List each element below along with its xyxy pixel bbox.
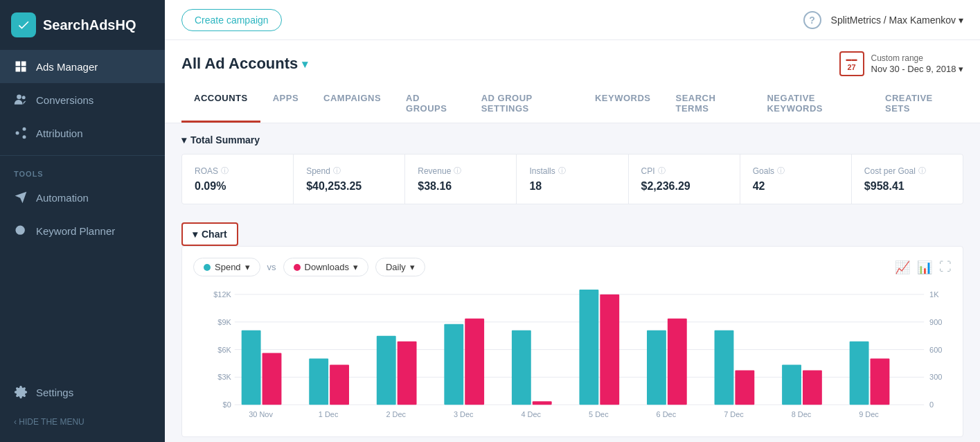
info-icon[interactable]: ⓘ [558,166,566,176]
svg-rect-36 [579,290,598,405]
bar-chart-icon[interactable]: 📊 [917,260,932,275]
info-icon[interactable]: ⓘ [333,166,341,176]
chart-view-icons: 📈 📊 ⛶ [895,260,952,275]
metric-cost-per-goal: Cost per Goal ⓘ $958.41 [852,154,963,204]
calendar-icon: ▬▬ 27 [839,51,864,76]
page-title[interactable]: All Ad Accounts ▾ [181,55,308,73]
svg-text:9 Dec: 9 Dec [859,410,879,418]
svg-rect-49 [871,359,890,405]
info-icon[interactable]: ⓘ [658,166,666,176]
svg-text:$0: $0 [223,400,231,409]
total-summary-header[interactable]: ▾ Total Summary [165,123,980,154]
chart-section-wrap: ▾ Chart [165,215,980,246]
tab-search-terms[interactable]: SEARCH TERMS [663,86,754,123]
svg-text:6 Dec: 6 Dec [657,410,677,418]
sidebar-item-conversions[interactable]: Conversions [0,83,165,116]
metric-cpi: CPI ⓘ $2,236.29 [629,154,740,204]
spend-label: Spend [215,262,241,272]
info-icon[interactable]: ⓘ [918,166,926,176]
daily-selector[interactable]: Daily ▾ [375,258,425,276]
help-button[interactable]: ? [803,11,821,29]
metric-goals: Goals ⓘ 42 [740,154,851,204]
info-icon[interactable]: ⓘ [777,166,785,176]
tab-campaigns[interactable]: CAMPAIGNS [311,86,393,123]
send-icon [14,191,28,204]
date-text: Custom range Nov 30 - Dec 9, 2018 ▾ [871,53,963,74]
chart-toggle-button[interactable]: ▾ Chart [181,222,238,246]
hide-menu-button[interactable]: ‹ HIDE THE MENU [0,409,165,435]
page-header: All Ad Accounts ▾ ▬▬ 27 Custom range Nov… [165,40,980,123]
svg-point-3 [23,135,26,139]
main-area: Create campaign ? SplitMetrics / Max Kam… [165,0,980,442]
user-menu[interactable]: SplitMetrics / Max Kamenkov ▾ [831,15,963,26]
tab-accounts[interactable]: ACCOUNTS [181,86,260,123]
sidebar-item-label: Attribution [36,127,83,139]
date-range-picker[interactable]: ▬▬ 27 Custom range Nov 30 - Dec 9, 2018 … [839,51,963,76]
main-nav: Ads Manager Conversions Attribution [0,50,165,150]
svg-rect-45 [782,364,801,405]
info-icon[interactable]: ⓘ [454,166,461,176]
people-icon [14,93,28,107]
sidebar-item-label: Automation [36,192,89,204]
svg-text:600: 600 [929,346,942,354]
tab-creative-sets[interactable]: CREATIVE SETS [873,86,963,123]
svg-text:5 Dec: 5 Dec [589,410,609,418]
sidebar-item-attribution[interactable]: Attribution [0,116,165,150]
sidebar-item-settings[interactable]: Settings [0,375,165,409]
bar-chart-svg: $12K $9K $6K $3K $0 1K 900 600 300 0 30 … [193,288,952,425]
info-icon[interactable]: ⓘ [221,166,229,176]
svg-text:$12K: $12K [213,290,231,299]
tabs: ACCOUNTSAPPSCAMPAIGNSAD GROUPSAD GROUP S… [181,86,963,123]
svg-text:900: 900 [929,318,942,326]
svg-text:30 Nov: 30 Nov [249,410,273,418]
svg-rect-40 [668,319,687,405]
svg-rect-22 [262,353,282,405]
svg-text:$3K: $3K [217,373,231,381]
gear-icon [14,385,28,399]
svg-rect-34 [533,401,552,405]
svg-text:0: 0 [929,400,934,409]
grid-icon [14,60,28,73]
metric-roas: ROAS ⓘ 0.09% [182,154,293,204]
topbar: Create campaign ? SplitMetrics / Max Kam… [165,0,980,40]
svg-point-0 [17,95,21,100]
tools-section-label: TOOLS [0,161,165,181]
sidebar-item-keyword-planner[interactable]: Keyword Planner [0,214,165,247]
downloads-color-dot [294,264,301,271]
tab-keywords[interactable]: KEYWORDS [582,86,663,123]
svg-rect-28 [398,342,417,405]
downloads-selector[interactable]: Downloads ▾ [283,258,368,276]
svg-text:$6K: $6K [217,346,231,354]
metric-revenue: Revenue ⓘ $38.16 [405,154,516,204]
tab-negative-keywords[interactable]: NEGATIVE KEYWORDS [754,86,873,123]
sidebar-item-label: Ads Manager [36,61,98,73]
svg-rect-27 [377,336,396,405]
svg-rect-33 [512,330,531,405]
svg-rect-24 [309,359,328,405]
chart-controls: Spend ▾ vs Downloads ▾ Daily ▾ 📈 📊 ⛶ [193,258,952,276]
sidebar-item-automation[interactable]: Automation [0,181,165,214]
svg-text:300: 300 [929,373,942,381]
svg-rect-42 [715,330,734,405]
content-area: ▾ Total Summary ROAS ⓘ 0.09% Spend ⓘ $40… [165,123,980,442]
logo-area: SearchAdsHQ [0,0,165,50]
vs-label: vs [267,262,276,272]
line-chart-icon[interactable]: 📈 [895,260,910,275]
tab-apps[interactable]: APPS [260,86,311,123]
svg-rect-48 [850,342,869,405]
create-campaign-button[interactable]: Create campaign [181,9,282,31]
svg-text:7 Dec: 7 Dec [724,410,744,418]
downloads-label: Downloads [305,262,349,272]
svg-rect-25 [330,364,349,405]
title-chevron: ▾ [302,58,308,71]
expand-icon[interactable]: ⛶ [939,260,952,275]
sidebar-item-label: Conversions [36,94,93,106]
svg-rect-46 [803,370,822,405]
tab-ad-group-settings[interactable]: AD GROUP SETTINGS [469,86,582,123]
svg-text:4 Dec: 4 Dec [521,410,541,418]
tab-ad-groups[interactable]: AD GROUPS [393,86,469,123]
svg-text:1 Dec: 1 Dec [319,410,339,418]
sidebar-item-label: Keyword Planner [36,225,115,237]
sidebar-item-ads-manager[interactable]: Ads Manager [0,50,165,83]
spend-selector[interactable]: Spend ▾ [193,258,260,276]
